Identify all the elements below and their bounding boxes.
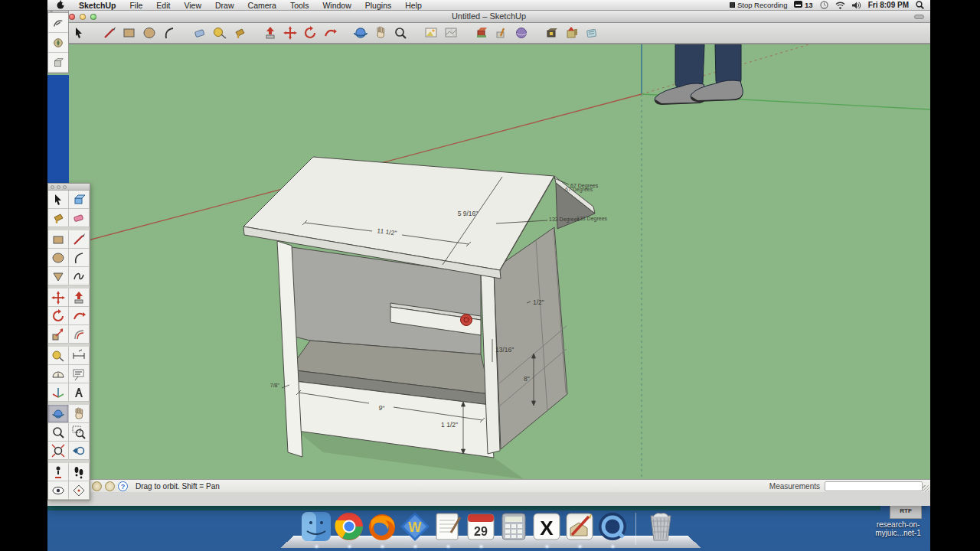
polygon-tool[interactable] [48, 267, 69, 285]
arc-tool-button[interactable] [161, 24, 178, 41]
window-title-bar[interactable]: Untitled – SketchUp [47, 11, 930, 23]
select-tool[interactable] [48, 191, 69, 209]
photo-textures-button[interactable] [473, 24, 490, 41]
dock-w-app-icon[interactable]: W [400, 511, 430, 542]
zoom-extents-tool[interactable] [48, 442, 69, 460]
section-plane-tool[interactable] [69, 481, 90, 500]
geolocation-icon[interactable] [92, 481, 102, 491]
share-model-button[interactable] [564, 24, 580, 41]
dock-ical-icon[interactable]: 29 [466, 511, 496, 542]
protractor-tool[interactable] [48, 365, 69, 383]
zoom-tool-button[interactable] [392, 24, 409, 41]
mini-box-icon[interactable] [48, 53, 68, 73]
walk-tool[interactable] [69, 463, 90, 481]
dock-calculator-icon[interactable] [498, 511, 529, 542]
clock-icon[interactable] [820, 1, 828, 9]
menu-plugins[interactable]: Plugins [358, 1, 398, 10]
rectangle-tool[interactable] [48, 230, 69, 249]
zoom-tool[interactable] [48, 423, 69, 442]
circle-tool-button[interactable] [141, 24, 158, 41]
menu-camera[interactable]: Camera [241, 1, 283, 10]
dock-chrome-icon[interactable] [334, 511, 364, 542]
rectangle-tool-button[interactable] [121, 24, 138, 41]
eraser-tool-button[interactable] [191, 24, 208, 41]
menu-file[interactable]: File [122, 1, 149, 10]
push-pull-tool[interactable] [69, 289, 90, 307]
pan-tool-button[interactable] [372, 24, 389, 41]
dock-firefox-icon[interactable] [367, 511, 397, 542]
rotate-tool[interactable] [48, 307, 69, 325]
line-tool[interactable] [69, 230, 90, 249]
rotate-tool-button[interactable] [302, 24, 318, 41]
toggle-terrain-button[interactable] [443, 24, 459, 41]
3d-text-tool[interactable] [69, 383, 90, 402]
select-tool-button[interactable] [70, 24, 87, 41]
line-tool-button[interactable] [101, 24, 118, 41]
preview-model-button[interactable] [513, 24, 530, 41]
rtf-file-label[interactable]: research-on- myjuic...net-1 [867, 520, 929, 537]
close-button[interactable] [69, 14, 75, 20]
menu-edit[interactable]: Edit [149, 1, 177, 10]
birdhouse-model[interactable] [243, 157, 595, 479]
follow-me-tool[interactable] [69, 307, 90, 325]
arc-tool[interactable] [69, 249, 90, 267]
make-component-tool[interactable] [69, 191, 90, 209]
pan-tool[interactable] [69, 405, 90, 423]
menu-window[interactable]: Window [315, 1, 358, 10]
toolbar-toggle-lozenge[interactable] [914, 15, 924, 19]
zoom-window-button[interactable] [90, 14, 96, 20]
help-icon[interactable]: ? [118, 481, 128, 491]
menu-help[interactable]: Help [398, 1, 429, 10]
text-tool[interactable] [69, 365, 90, 383]
match-photo-button[interactable] [493, 24, 510, 41]
get-models-button[interactable] [544, 24, 560, 41]
dimension-tool[interactable] [69, 347, 90, 365]
menu-tools[interactable]: Tools [283, 1, 316, 10]
move-tool[interactable] [48, 289, 69, 307]
tape-measure-button[interactable] [211, 24, 228, 41]
circle-tool[interactable] [48, 249, 69, 267]
palette-titlebar[interactable] [48, 184, 90, 191]
menu-draw[interactable]: Draw [208, 1, 241, 10]
measurements-input[interactable] [825, 481, 923, 491]
apple-menu-icon[interactable] [57, 0, 64, 11]
stop-recording-item[interactable]: Stop Recording [730, 1, 787, 9]
dock-quicktime-icon[interactable] [597, 511, 628, 542]
volume-icon[interactable] [852, 2, 861, 9]
wifi-icon[interactable] [835, 2, 845, 9]
axes-tool[interactable] [48, 383, 69, 402]
dock-trash-icon[interactable] [645, 511, 676, 542]
menu-sketchup[interactable]: SketchUp [72, 1, 122, 10]
zoom-window-tool[interactable] [69, 423, 90, 442]
dock-textedit-icon[interactable] [433, 511, 463, 542]
menu-clock[interactable]: Fri 8:09 PM [868, 1, 909, 9]
mini-pan-icon[interactable] [48, 13, 68, 33]
viewport-canvas[interactable]: 11 1/2" 5 9/16" 67 Degrees 67 Degrees 13… [47, 44, 930, 492]
dock-x11-icon[interactable]: X [531, 511, 562, 542]
credits-icon[interactable] [105, 481, 115, 491]
input-menu-item[interactable]: 13 [794, 1, 812, 9]
paint-bucket-tool[interactable] [48, 209, 69, 227]
model-info-button[interactable] [583, 24, 600, 41]
person-figure[interactable] [655, 44, 743, 105]
paint-bucket-button[interactable] [231, 24, 248, 41]
add-location-button[interactable] [423, 24, 439, 41]
dock-finder-icon[interactable] [301, 511, 332, 542]
eraser-tool[interactable] [69, 209, 90, 227]
follow-me-button[interactable] [322, 24, 338, 41]
freehand-tool[interactable] [69, 267, 90, 285]
orbit-tool[interactable] [48, 405, 69, 423]
look-around-tool[interactable] [48, 481, 69, 500]
mini-compass-icon[interactable] [48, 33, 68, 53]
offset-tool[interactable] [69, 325, 90, 344]
dock-sketchup-icon[interactable] [564, 511, 595, 542]
menu-view[interactable]: View [177, 1, 208, 10]
minimize-button[interactable] [80, 14, 86, 20]
move-tool-button[interactable] [282, 24, 299, 41]
push-pull-button[interactable] [262, 24, 279, 41]
viewport[interactable]: 11 1/2" 5 9/16" 67 Degrees 67 Degrees 13… [47, 44, 930, 492]
tape-measure-tool[interactable] [48, 347, 69, 365]
scale-tool[interactable] [48, 325, 69, 344]
resize-grip[interactable] [923, 485, 929, 492]
position-camera-tool[interactable] [48, 463, 69, 481]
